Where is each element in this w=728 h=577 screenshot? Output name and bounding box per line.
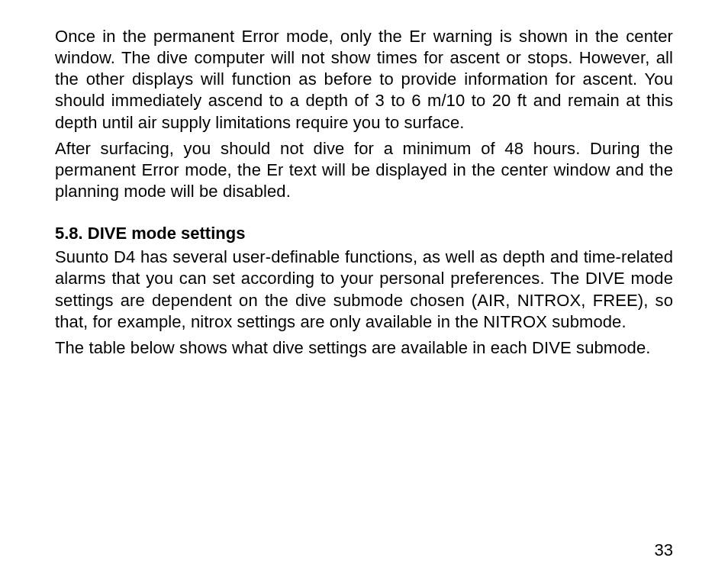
paragraph-3: Suunto D4 has several user-definable fun… — [55, 247, 673, 333]
section-heading: 5.8. DIVE mode settings — [55, 224, 673, 243]
paragraph-1: Once in the permanent Error mode, only t… — [55, 26, 673, 134]
paragraph-2: After surfacing, you should not dive for… — [55, 138, 673, 202]
page: Once in the permanent Error mode, only t… — [0, 0, 728, 577]
paragraph-4: The table below shows what dive settings… — [55, 337, 673, 359]
page-number: 33 — [655, 540, 673, 560]
